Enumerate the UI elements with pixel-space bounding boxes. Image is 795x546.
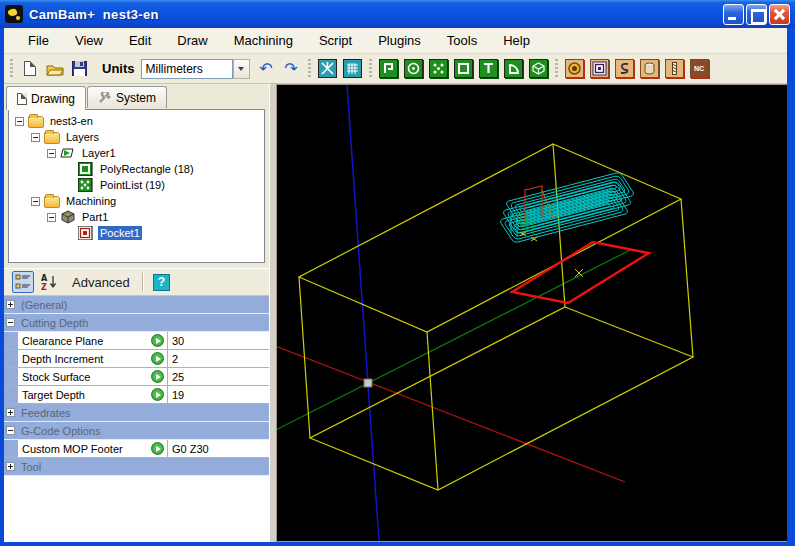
z-axis-line: [347, 85, 379, 541]
undo-icon: ↶: [259, 61, 272, 77]
profile-mop-icon: [565, 59, 584, 78]
value-cell[interactable]: 25: [168, 368, 269, 385]
draw-text-button[interactable]: [477, 57, 500, 80]
draw-arc-button[interactable]: [502, 57, 525, 80]
drill-mop-icon: [640, 59, 659, 78]
help-button[interactable]: ?: [153, 274, 170, 291]
toolbar-grip[interactable]: [10, 59, 13, 79]
collapse-icon[interactable]: [31, 197, 40, 206]
collapse-icon[interactable]: [31, 133, 40, 142]
menu-machining[interactable]: Machining: [224, 30, 303, 51]
property-row-stock-surface[interactable]: Stock Surface 25: [4, 368, 269, 386]
category-general[interactable]: (General): [4, 296, 269, 314]
generate-gcode-button[interactable]: NC: [688, 57, 711, 80]
machine-profile-button[interactable]: [563, 57, 586, 80]
tree-item-pocket1[interactable]: Pocket1: [9, 225, 264, 241]
machine-engrave-button[interactable]: [613, 57, 636, 80]
draw-surface-button[interactable]: [527, 57, 550, 80]
viewport-3d[interactable]: [277, 84, 787, 542]
minimize-button[interactable]: [723, 4, 744, 25]
toolbar-grip[interactable]: [369, 59, 372, 79]
expand-icon[interactable]: [6, 300, 15, 309]
az-sort-icon: AZ: [41, 274, 57, 290]
machine-pocket-button[interactable]: [588, 57, 611, 80]
menu-file[interactable]: File: [18, 30, 59, 51]
menu-tools[interactable]: Tools: [437, 30, 487, 51]
tree-item-layer1[interactable]: Layer1: [9, 145, 264, 161]
menu-draw[interactable]: Draw: [167, 30, 217, 51]
left-panel: Drawing System nest3-en Layers Layer1: [4, 84, 269, 542]
category-cutting-depth[interactable]: Cutting Depth: [4, 314, 269, 332]
undo-button[interactable]: ↶: [255, 57, 278, 80]
property-row-depth-increment[interactable]: Depth Increment 2: [4, 350, 269, 368]
expand-icon[interactable]: [6, 462, 15, 471]
title-bar[interactable]: CamBam+ nest3-en: [0, 0, 795, 28]
menu-plugins[interactable]: Plugins: [368, 30, 431, 51]
machine-lathe-button[interactable]: [663, 57, 686, 80]
category-gcode-options[interactable]: G-Code Options: [4, 422, 269, 440]
drawing-tree[interactable]: nest3-en Layers Layer1 PolyRectangle (18…: [8, 109, 265, 263]
save-button[interactable]: [68, 57, 91, 80]
apply-arrow-icon[interactable]: [151, 442, 164, 455]
toggle-axes-button[interactable]: [316, 57, 339, 80]
collapse-icon[interactable]: [6, 318, 15, 327]
panel-splitter[interactable]: [269, 84, 277, 542]
pocket-mop-icon: [590, 59, 609, 78]
tree-item-part1[interactable]: Part1: [9, 209, 264, 225]
category-feedrates[interactable]: Feedrates: [4, 404, 269, 422]
tree-item-polyrectangle[interactable]: PolyRectangle (18): [9, 161, 264, 177]
tree-item-machining[interactable]: Machining: [9, 193, 264, 209]
draw-pointlist-button[interactable]: [427, 57, 450, 80]
tree-item-pointlist[interactable]: PointList (19): [9, 177, 264, 193]
toggle-grid-button[interactable]: [341, 57, 364, 80]
pointlist-icon: [78, 178, 94, 192]
units-combobox[interactable]: Millimeters: [141, 59, 233, 79]
advanced-button[interactable]: Advanced: [72, 275, 130, 290]
redo-button[interactable]: ↷: [280, 57, 303, 80]
machine-drill-button[interactable]: [638, 57, 661, 80]
apply-arrow-icon[interactable]: [151, 370, 164, 383]
units-dropdown-button[interactable]: [233, 59, 250, 79]
tab-drawing[interactable]: Drawing: [6, 86, 86, 110]
close-button[interactable]: [769, 4, 790, 25]
tree-item-nest3-en[interactable]: nest3-en: [9, 113, 264, 129]
value-cell[interactable]: G0 Z30: [168, 440, 269, 457]
gcode-icon: NC: [690, 59, 709, 78]
tab-system[interactable]: System: [87, 86, 167, 108]
draw-circle-button[interactable]: [402, 57, 425, 80]
apply-arrow-icon[interactable]: [151, 352, 164, 365]
toolbar-grip[interactable]: [308, 59, 311, 79]
menu-script[interactable]: Script: [309, 30, 362, 51]
value-cell[interactable]: 19: [168, 386, 269, 403]
menu-edit[interactable]: Edit: [119, 30, 161, 51]
origin-marker: [364, 379, 372, 387]
draw-polyline-button[interactable]: [377, 57, 400, 80]
collapse-icon[interactable]: [6, 426, 15, 435]
window-border: [787, 28, 795, 546]
collapse-icon[interactable]: [15, 117, 24, 126]
lathe-mop-icon: [665, 59, 684, 78]
alphabetical-sort-button[interactable]: AZ: [38, 271, 60, 293]
draw-rectangle-button[interactable]: [452, 57, 475, 80]
new-file-button[interactable]: [18, 57, 41, 80]
category-tool[interactable]: Tool: [4, 458, 269, 476]
categorized-view-button[interactable]: [12, 271, 34, 293]
apply-arrow-icon[interactable]: [151, 388, 164, 401]
property-row-target-depth[interactable]: Target Depth 19: [4, 386, 269, 404]
maximize-button[interactable]: [746, 4, 767, 25]
apply-arrow-icon[interactable]: [151, 334, 164, 347]
value-cell[interactable]: 30: [168, 332, 269, 349]
value-cell[interactable]: 2: [168, 350, 269, 367]
menu-help[interactable]: Help: [493, 30, 540, 51]
layer-icon: [60, 146, 76, 160]
property-row-clearance-plane[interactable]: Clearance Plane 30: [4, 332, 269, 350]
collapse-icon[interactable]: [47, 149, 56, 158]
menu-view[interactable]: View: [65, 30, 113, 51]
toolbar-grip[interactable]: [555, 59, 558, 79]
property-row-custom-mop-footer[interactable]: Custom MOP Footer G0 Z30: [4, 440, 269, 458]
open-file-button[interactable]: [43, 57, 66, 80]
expand-icon[interactable]: [6, 408, 15, 417]
tree-item-layers[interactable]: Layers: [9, 129, 264, 145]
collapse-icon[interactable]: [47, 213, 56, 222]
axes-icon: [318, 59, 337, 78]
